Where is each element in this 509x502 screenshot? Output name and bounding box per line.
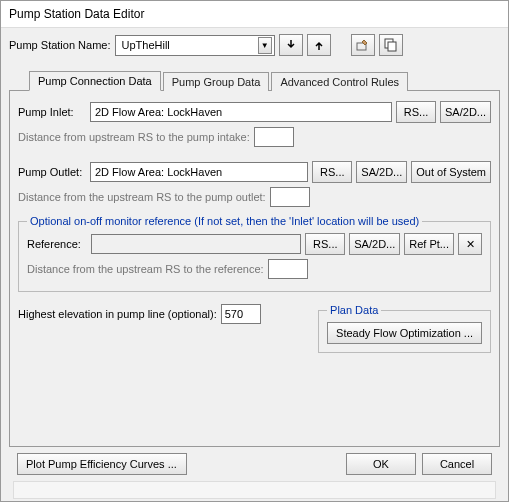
elevation-row: Highest elevation in pump line (optional… — [18, 304, 308, 324]
lower-row: Highest elevation in pump line (optional… — [18, 304, 491, 353]
move-down-button[interactable] — [279, 34, 303, 56]
reference-clear-button[interactable]: ✕ — [458, 233, 482, 255]
copy-button[interactable] — [379, 34, 403, 56]
move-up-button[interactable] — [307, 34, 331, 56]
tab-pump-connection[interactable]: Pump Connection Data — [29, 71, 161, 91]
ok-button[interactable]: OK — [346, 453, 416, 475]
inlet-hint-row: Distance from upstream RS to the pump in… — [18, 127, 491, 147]
outlet-distance-label: Distance from the upstream RS to the pum… — [18, 191, 266, 203]
steady-flow-button[interactable]: Steady Flow Optimization ... — [327, 322, 482, 344]
inlet-distance-label: Distance from upstream RS to the pump in… — [18, 131, 250, 143]
close-icon: ✕ — [466, 238, 475, 251]
out-of-system-button[interactable]: Out of System — [411, 161, 491, 183]
content: Pump Station Name: ▼ Pump Connection Dat… — [1, 28, 508, 501]
reference-sa2d-button[interactable]: SA/2D... — [349, 233, 400, 255]
footer: Plot Pump Efficiency Curves ... OK Cance… — [9, 447, 500, 481]
tab-pump-group[interactable]: Pump Group Data — [163, 72, 270, 91]
outlet-sa2d-button[interactable]: SA/2D... — [356, 161, 407, 183]
monitor-fieldset: Optional on-off monitor reference (If no… — [18, 215, 491, 292]
highest-elevation-input[interactable] — [221, 304, 261, 324]
reference-hint-row: Distance from the upstream RS to the ref… — [27, 259, 482, 279]
plan-data-legend: Plan Data — [327, 304, 381, 316]
tab-panel: Pump Inlet: RS... SA/2D... Distance from… — [9, 90, 500, 447]
reference-distance-input[interactable] — [268, 259, 308, 279]
rename-button[interactable] — [351, 34, 375, 56]
arrow-down-icon — [286, 39, 296, 51]
outlet-row: Pump Outlet: RS... SA/2D... Out of Syste… — [18, 161, 491, 183]
reference-rs-button[interactable]: RS... — [305, 233, 345, 255]
pump-outlet-label: Pump Outlet: — [18, 166, 86, 178]
outlet-distance-input[interactable] — [270, 187, 310, 207]
reference-refpt-button[interactable]: Ref Pt... — [404, 233, 454, 255]
copy-icon — [384, 38, 398, 52]
name-row: Pump Station Name: ▼ — [9, 34, 500, 56]
status-bar — [13, 481, 496, 499]
plan-data-fieldset: Plan Data Steady Flow Optimization ... — [318, 304, 491, 353]
cancel-button[interactable]: Cancel — [422, 453, 492, 475]
outlet-rs-button[interactable]: RS... — [312, 161, 352, 183]
tab-advanced-rules[interactable]: Advanced Control Rules — [271, 72, 408, 91]
monitor-legend: Optional on-off monitor reference (If no… — [27, 215, 422, 227]
inlet-sa2d-button[interactable]: SA/2D... — [440, 101, 491, 123]
outlet-hint-row: Distance from the upstream RS to the pum… — [18, 187, 491, 207]
pump-station-name-combo[interactable]: ▼ — [115, 35, 275, 56]
reference-label: Reference: — [27, 238, 87, 250]
highest-elevation-label: Highest elevation in pump line (optional… — [18, 308, 217, 320]
reference-row: Reference: RS... SA/2D... Ref Pt... ✕ — [27, 233, 482, 255]
pump-inlet-label: Pump Inlet: — [18, 106, 86, 118]
arrow-up-icon — [314, 39, 324, 51]
reference-input[interactable] — [91, 234, 301, 254]
window-title: Pump Station Data Editor — [1, 1, 508, 28]
inlet-row: Pump Inlet: RS... SA/2D... — [18, 101, 491, 123]
svg-rect-2 — [388, 42, 396, 51]
inlet-rs-button[interactable]: RS... — [396, 101, 436, 123]
pump-station-name-input[interactable] — [120, 38, 258, 52]
reference-distance-label: Distance from the upstream RS to the ref… — [27, 263, 264, 275]
pump-inlet-input[interactable] — [90, 102, 392, 122]
pump-outlet-input[interactable] — [90, 162, 308, 182]
plot-efficiency-button[interactable]: Plot Pump Efficiency Curves ... — [17, 453, 187, 475]
rename-icon — [356, 38, 370, 52]
pump-station-name-label: Pump Station Name: — [9, 39, 111, 51]
inlet-distance-input[interactable] — [254, 127, 294, 147]
tab-strip: Pump Connection Data Pump Group Data Adv… — [9, 70, 500, 90]
chevron-down-icon[interactable]: ▼ — [258, 37, 272, 54]
window: Pump Station Data Editor Pump Station Na… — [0, 0, 509, 502]
